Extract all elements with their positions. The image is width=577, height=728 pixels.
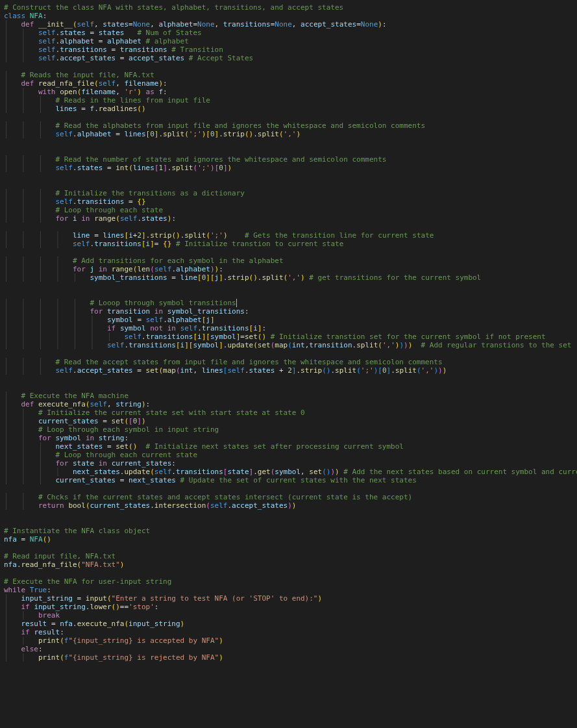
code-editor[interactable]: # Construct the class NFA with states, a… <box>0 0 577 665</box>
